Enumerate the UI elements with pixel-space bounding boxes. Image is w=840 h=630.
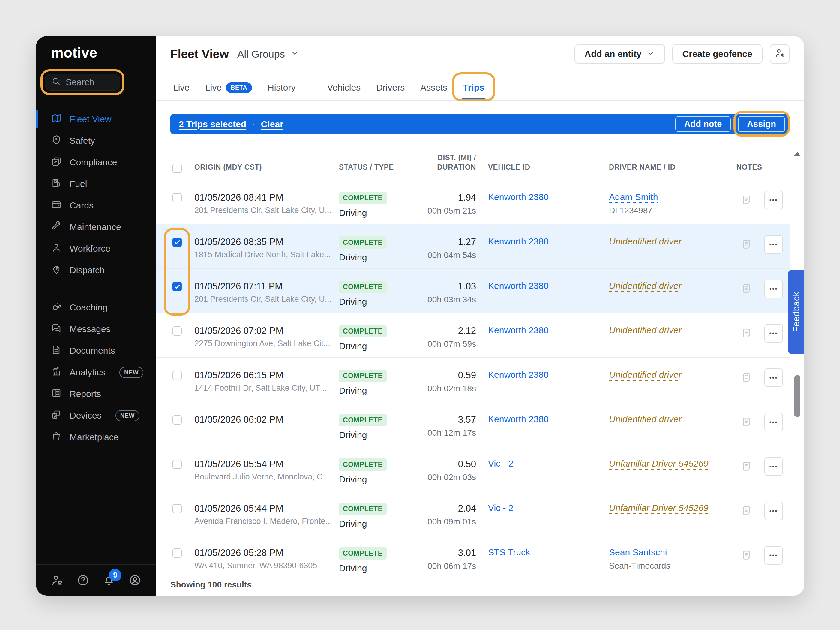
account-button[interactable] [128, 573, 142, 587]
driver-link[interactable]: Sean Santschi [609, 547, 667, 557]
sidebar-item-dispatch[interactable]: Dispatch [36, 259, 156, 281]
more-button[interactable]: ••• [764, 413, 783, 431]
scroll-up-arrow-icon[interactable] [794, 152, 801, 156]
row-checkbox[interactable] [172, 327, 182, 336]
whistle-icon [51, 301, 62, 314]
note-icon[interactable] [741, 512, 752, 518]
tab-vehicles[interactable]: Vehicles [327, 75, 361, 100]
more-button[interactable]: ••• [764, 235, 783, 254]
tab-live-beta[interactable]: LiveBETA [205, 75, 252, 100]
sidebar-item-devices[interactable]: DevicesNEW [36, 405, 156, 426]
driver-link[interactable]: Unfamiliar Driver 545269 [609, 458, 709, 468]
note-icon[interactable] [741, 468, 752, 473]
more-button[interactable]: ••• [764, 368, 783, 387]
admin-users-button[interactable] [770, 44, 789, 64]
more-button[interactable]: ••• [764, 191, 783, 209]
trip-distance: 3.01 [399, 547, 476, 559]
sidebar-item-documents[interactable]: Documents [36, 340, 156, 362]
sidebar-item-marketplace[interactable]: Marketplace [36, 426, 156, 448]
sidebar-item-cards[interactable]: Cards [36, 195, 156, 216]
tab-trips[interactable]: Trips [463, 75, 485, 100]
driver-link[interactable]: Unidentified driver [609, 237, 682, 246]
results-count: Showing 100 results [171, 580, 252, 589]
more-button[interactable]: ••• [764, 546, 783, 565]
create-geofence-button[interactable]: Create geofence [672, 44, 763, 64]
beta-badge: BETA [226, 82, 252, 93]
tab-history[interactable]: History [268, 75, 295, 100]
status-badge: COMPLETE [339, 281, 387, 293]
search-icon [51, 76, 61, 88]
sidebar-item-fuel[interactable]: Fuel [36, 173, 156, 195]
tab-live[interactable]: Live [173, 75, 189, 100]
driver-link[interactable]: Unidentified driver [609, 414, 682, 424]
row-checkbox[interactable] [172, 238, 182, 247]
search-input[interactable]: Search [45, 74, 120, 91]
tab-drivers[interactable]: Drivers [376, 75, 405, 100]
trip-origin-address: 1414 Foothill Dr, Salt Lake City, UT ... [194, 383, 339, 393]
sidebar-item-messages[interactable]: Messages [36, 318, 156, 340]
vehicle-link[interactable]: Vic - 2 [488, 458, 513, 468]
sidebar-item-maintenance[interactable]: Maintenance [36, 216, 156, 238]
note-icon[interactable] [741, 291, 752, 295]
sidebar-item-workforce[interactable]: Workforce [36, 238, 156, 259]
assign-button[interactable]: Assign [738, 116, 785, 132]
vehicle-link[interactable]: Kenworth 2380 [488, 192, 549, 202]
trip-origin-datetime: 01/05/2026 08:35 PM [194, 237, 339, 248]
vehicle-link[interactable]: STS Truck [488, 547, 530, 557]
vehicle-link[interactable]: Vic - 2 [488, 503, 513, 513]
row-checkbox[interactable] [172, 415, 182, 425]
vehicle-link[interactable]: Kenworth 2380 [488, 325, 549, 335]
row-checkbox[interactable] [172, 371, 182, 380]
vehicle-link[interactable]: Kenworth 2380 [488, 369, 549, 379]
help-button[interactable] [76, 573, 90, 587]
distance-cell: 1.03 00h 03m 34s [399, 269, 476, 313]
more-button[interactable]: ••• [764, 279, 783, 298]
row-checkbox[interactable] [172, 504, 182, 513]
sidebar-item-analytics[interactable]: AnalyticsNEW [36, 362, 156, 383]
add-entity-button[interactable]: Add an entity [575, 44, 665, 64]
row-checkbox[interactable] [172, 193, 182, 202]
driver-link[interactable]: Unidentified driver [609, 369, 682, 379]
add-note-button[interactable]: Add note [675, 116, 731, 132]
status-badge: COMPLETE [339, 547, 387, 559]
driver-link[interactable]: Adam Smith [609, 192, 658, 202]
notifications-button[interactable]: 9 [102, 573, 115, 587]
admin-button[interactable] [51, 573, 63, 587]
feedback-tab[interactable]: Feedback [788, 270, 804, 354]
group-selector[interactable]: All Groups [237, 48, 299, 60]
trip-origin-datetime: 01/05/2026 07:11 PM [194, 281, 339, 292]
note-icon[interactable] [741, 557, 752, 562]
trips-selected-link[interactable]: 2 Trips selected [179, 119, 246, 129]
vehicle-link[interactable]: Kenworth 2380 [488, 414, 549, 424]
note-icon[interactable] [741, 246, 752, 251]
note-icon[interactable] [741, 202, 752, 207]
driver-link[interactable]: Unidentified driver [609, 325, 682, 335]
sidebar-item-reports[interactable]: Reports [36, 383, 156, 405]
notification-count-badge: 9 [109, 569, 122, 581]
note-icon[interactable] [741, 379, 752, 384]
tab-assets[interactable]: Assets [420, 75, 447, 100]
clear-selection-link[interactable]: Clear [261, 119, 284, 129]
driver-cell: Unfamiliar Driver 545269 [609, 491, 736, 535]
row-checkbox[interactable] [172, 282, 182, 291]
row-checkbox[interactable] [172, 459, 182, 469]
driver-link[interactable]: Unfamiliar Driver 545269 [609, 503, 709, 513]
select-all-checkbox[interactable] [172, 164, 182, 173]
note-icon[interactable] [741, 423, 752, 429]
note-icon[interactable] [741, 335, 752, 340]
driver-link[interactable]: Unidentified driver [609, 281, 682, 291]
selection-bar-actions: Add note Assign [675, 116, 785, 132]
vehicle-link[interactable]: Kenworth 2380 [488, 281, 549, 291]
more-button[interactable]: ••• [764, 502, 783, 520]
more-button[interactable]: ••• [764, 324, 783, 343]
sidebar-item-safety[interactable]: Safety [36, 130, 156, 152]
sidebar-item-coaching[interactable]: Coaching [36, 297, 156, 318]
sidebar-item-compliance[interactable]: Compliance [36, 152, 156, 173]
row-checkbox[interactable] [172, 548, 182, 558]
distance-cell: 3.01 00h 06m 17s [399, 535, 476, 573]
vehicle-link[interactable]: Kenworth 2380 [488, 237, 549, 246]
sidebar-item-fleet-view[interactable]: Fleet View [36, 108, 156, 130]
column-header-distance: DIST. (MI) / DURATION [399, 153, 476, 180]
more-button[interactable]: ••• [764, 457, 783, 476]
scrollbar-thumb[interactable] [794, 375, 801, 417]
